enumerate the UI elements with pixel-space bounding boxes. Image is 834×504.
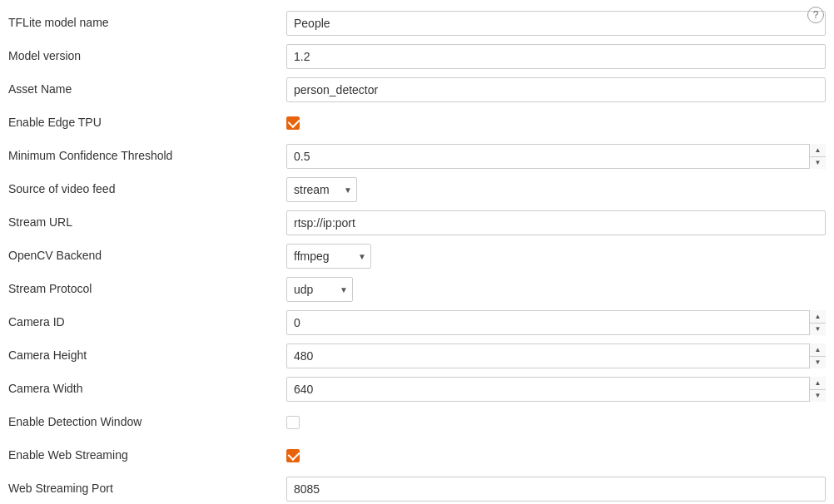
stream-protocol-select-wrapper: udp tcp ▼: [286, 277, 353, 302]
camera-width-down-button[interactable]: ▼: [810, 390, 826, 403]
camera-width-wrapper: ▲ ▼: [286, 377, 826, 402]
enable-edge-tpu-row: Enable Edge TPU: [0, 106, 834, 140]
help-icon[interactable]: ?: [807, 7, 824, 23]
tflite-model-name-row: TFLite model name: [0, 7, 834, 40]
source-video-feed-select[interactable]: stream camera file: [286, 177, 357, 202]
model-version-row: Model version: [0, 40, 834, 73]
enable-web-streaming-control: [283, 449, 834, 462]
web-streaming-port-input[interactable]: [286, 477, 826, 502]
min-confidence-label: Minimum Confidence Threshold: [0, 148, 283, 165]
min-confidence-wrapper: ▲ ▼: [286, 144, 826, 169]
camera-height-wrapper: ▲ ▼: [286, 343, 826, 368]
camera-height-row: Camera Height ▲ ▼: [0, 339, 834, 373]
tflite-model-name-label: TFLite model name: [0, 15, 283, 32]
model-version-control: [283, 44, 834, 69]
camera-id-input[interactable]: [286, 310, 826, 335]
min-confidence-input[interactable]: [286, 144, 826, 169]
help-icon-container: ?: [807, 7, 824, 23]
camera-id-up-button[interactable]: ▲: [810, 310, 826, 324]
camera-id-down-button[interactable]: ▼: [810, 324, 826, 336]
web-streaming-port-label: Web Streaming Port: [0, 481, 283, 497]
min-confidence-down-button[interactable]: ▼: [810, 157, 826, 170]
opencv-backend-select-wrapper: ffmpeg gstreamer v4l2 ▼: [286, 244, 371, 269]
opencv-backend-select[interactable]: ffmpeg gstreamer v4l2: [286, 244, 371, 269]
web-streaming-port-control: [283, 477, 834, 502]
camera-id-label: Camera ID: [0, 314, 283, 331]
stream-protocol-control: udp tcp ▼: [283, 277, 834, 302]
enable-web-streaming-row: Enable Web Streaming: [0, 439, 834, 472]
enable-detection-window-label: Enable Detection Window: [0, 414, 283, 431]
enable-web-streaming-label: Enable Web Streaming: [0, 447, 283, 464]
camera-height-up-button[interactable]: ▲: [810, 343, 826, 357]
source-video-feed-select-wrapper: stream camera file ▼: [286, 177, 357, 202]
enable-detection-window-control: [283, 416, 834, 429]
asset-name-control: [283, 77, 834, 102]
asset-name-row: Asset Name: [0, 73, 834, 106]
stream-protocol-label: Stream Protocol: [0, 281, 283, 298]
settings-page: ? TFLite model name Model version Asset …: [0, 0, 834, 504]
camera-id-control: ▲ ▼: [283, 310, 834, 335]
source-video-feed-label: Source of video feed: [0, 181, 283, 198]
web-streaming-port-row: Web Streaming Port: [0, 472, 834, 504]
camera-height-label: Camera Height: [0, 348, 283, 364]
tflite-model-name-control: [283, 11, 834, 36]
enable-web-streaming-checkbox[interactable]: [286, 449, 300, 462]
opencv-backend-label: OpenCV Backend: [0, 248, 283, 264]
camera-height-down-button[interactable]: ▼: [810, 357, 826, 369]
camera-height-control: ▲ ▼: [283, 343, 834, 368]
camera-id-row: Camera ID ▲ ▼: [0, 306, 834, 339]
stream-url-row: Stream URL: [0, 206, 834, 240]
camera-width-spinner: ▲ ▼: [809, 377, 826, 402]
source-video-feed-row: Source of video feed stream camera file …: [0, 173, 834, 206]
camera-width-input[interactable]: [286, 377, 826, 402]
enable-edge-tpu-control: [283, 116, 834, 130]
camera-width-label: Camera Width: [0, 381, 283, 398]
stream-url-input[interactable]: [286, 210, 826, 235]
enable-detection-window-row: Enable Detection Window: [0, 406, 834, 439]
camera-width-row: Camera Width ▲ ▼: [0, 373, 834, 406]
stream-protocol-select[interactable]: udp tcp: [286, 277, 353, 302]
enable-edge-tpu-checkbox[interactable]: [286, 116, 300, 130]
stream-url-label: Stream URL: [0, 215, 283, 231]
asset-name-input[interactable]: [286, 77, 826, 102]
stream-protocol-row: Stream Protocol udp tcp ▼: [0, 273, 834, 306]
model-version-label: Model version: [0, 48, 283, 65]
min-confidence-control: ▲ ▼: [283, 144, 834, 169]
camera-height-input[interactable]: [286, 343, 826, 368]
camera-id-spinner: ▲ ▼: [809, 310, 826, 335]
camera-width-control: ▲ ▼: [283, 377, 834, 402]
model-version-input[interactable]: [286, 44, 826, 69]
camera-id-wrapper: ▲ ▼: [286, 310, 826, 335]
stream-url-control: [283, 210, 834, 235]
enable-detection-window-checkbox[interactable]: [286, 416, 300, 429]
asset-name-label: Asset Name: [0, 82, 283, 98]
opencv-backend-row: OpenCV Backend ffmpeg gstreamer v4l2 ▼: [0, 240, 834, 273]
min-confidence-row: Minimum Confidence Threshold ▲ ▼: [0, 140, 834, 173]
camera-width-up-button[interactable]: ▲: [810, 377, 826, 390]
enable-edge-tpu-label: Enable Edge TPU: [0, 115, 283, 131]
min-confidence-spinner: ▲ ▼: [809, 144, 826, 169]
min-confidence-up-button[interactable]: ▲: [810, 144, 826, 157]
camera-height-spinner: ▲ ▼: [809, 343, 826, 368]
tflite-model-name-input[interactable]: [286, 11, 826, 36]
opencv-backend-control: ffmpeg gstreamer v4l2 ▼: [283, 244, 834, 269]
source-video-feed-control: stream camera file ▼: [283, 177, 834, 202]
